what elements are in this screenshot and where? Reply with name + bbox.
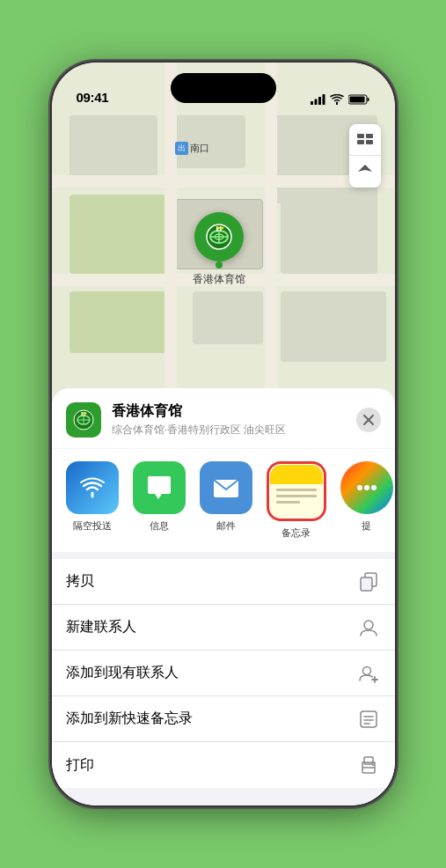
more-dots-icon [355, 479, 378, 497]
airdrop-icon [66, 461, 119, 514]
share-airdrop[interactable]: 隔空投送 [66, 461, 119, 540]
svg-rect-46 [362, 768, 375, 773]
print-icon [356, 753, 381, 777]
nankou-text: 南口 [190, 142, 209, 155]
share-message[interactable]: 信息 [133, 461, 186, 540]
svg-rect-19 [366, 140, 373, 144]
add-existing-contact-icon [356, 661, 381, 686]
mail-icon-bg [200, 461, 252, 514]
location-arrow-icon [357, 164, 373, 180]
notes-line-1 [276, 489, 317, 491]
sheet-venue-icon [66, 402, 101, 438]
notes-icon-top [270, 465, 323, 484]
notes-icon-body [270, 484, 323, 518]
notes-line-3 [276, 501, 301, 504]
message-icon-bg [133, 461, 186, 514]
action-add-existing-label: 添加到现有联系人 [66, 664, 179, 682]
action-print-label: 打印 [66, 756, 94, 775]
signal-icon [311, 94, 325, 105]
share-row: 隔空投送 信息 [52, 449, 395, 552]
airdrop-label: 隔空投送 [73, 519, 112, 533]
map-controls [349, 124, 381, 188]
stadium-pin[interactable]: 香港体育馆 [193, 212, 245, 287]
phone-frame: 09:41 [52, 63, 395, 805]
pin-icon-circle [194, 212, 244, 261]
svg-rect-17 [366, 134, 373, 138]
map-nankou-label: 出 南口 [175, 142, 209, 155]
notes-line-2 [276, 495, 317, 497]
more-icon-bg [340, 461, 393, 514]
svg-rect-47 [364, 757, 373, 764]
svg-rect-6 [349, 97, 364, 103]
share-notes[interactable]: 备忘录 [267, 461, 326, 540]
action-new-contact-label: 新建联系人 [66, 618, 136, 636]
share-mail[interactable]: 邮件 [200, 461, 252, 540]
battery-icon [348, 94, 370, 105]
copy-icon [356, 570, 381, 594]
svg-rect-2 [318, 97, 321, 105]
airdrop-wifi-icon [78, 474, 106, 502]
message-bubble-icon [144, 473, 174, 503]
message-label: 信息 [150, 519, 169, 533]
map-location-btn[interactable] [349, 156, 381, 188]
map-layers-icon [356, 133, 374, 147]
action-print[interactable]: 打印 [52, 742, 395, 788]
svg-rect-27 [84, 412, 84, 416]
svg-rect-3 [322, 94, 325, 105]
svg-rect-16 [357, 134, 364, 138]
svg-marker-20 [358, 165, 372, 172]
action-add-notes[interactable]: 添加到新快速备忘录 [52, 696, 395, 742]
svg-rect-0 [311, 101, 313, 105]
status-time: 09:41 [77, 90, 109, 105]
svg-point-33 [364, 485, 369, 490]
action-add-existing[interactable]: 添加到现有联系人 [52, 651, 395, 696]
map-view-toggle[interactable] [349, 124, 381, 156]
sheet-venue-sub: 综合体育馆·香港特别行政区 油尖旺区 [112, 423, 346, 438]
sheet-venue-info: 香港体育馆 综合体育馆·香港特别行政区 油尖旺区 [112, 402, 346, 438]
sheet-header: 香港体育馆 综合体育馆·香港特别行政区 油尖旺区 [52, 388, 395, 448]
action-list: 拷贝 新建联系人 [52, 559, 395, 788]
stadium-icon [203, 221, 235, 253]
close-icon [363, 415, 374, 425]
nankou-badge: 出 [175, 142, 188, 155]
svg-point-38 [362, 666, 370, 674]
wifi-icon [330, 94, 344, 105]
svg-rect-42 [361, 711, 377, 727]
svg-point-37 [364, 621, 373, 629]
svg-rect-36 [361, 577, 372, 591]
action-copy[interactable]: 拷贝 [52, 559, 395, 605]
notes-label: 备忘录 [281, 526, 311, 540]
notes-selected-border [267, 461, 326, 521]
pin-label: 香港体育馆 [193, 272, 245, 287]
action-add-notes-label: 添加到新快速备忘录 [66, 710, 193, 728]
new-contact-icon [356, 615, 381, 640]
venue-stadium-icon [72, 408, 95, 431]
dynamic-island [171, 73, 276, 103]
sheet-venue-name: 香港体育馆 [112, 402, 346, 421]
svg-rect-5 [367, 98, 369, 101]
status-icons [311, 94, 370, 105]
notes-icon-bg [270, 465, 323, 518]
svg-point-32 [357, 485, 362, 490]
svg-rect-12 [216, 226, 218, 232]
more-label: 提 [362, 519, 371, 533]
mail-label: 邮件 [216, 519, 236, 533]
action-copy-label: 拷贝 [66, 572, 94, 591]
svg-point-48 [372, 764, 374, 766]
share-more[interactable]: 提 [340, 461, 393, 540]
svg-rect-14 [220, 226, 222, 232]
add-notes-icon [356, 707, 381, 732]
svg-point-34 [371, 485, 377, 490]
mail-envelope-icon [211, 473, 241, 503]
svg-rect-1 [314, 99, 317, 106]
action-new-contact[interactable]: 新建联系人 [52, 605, 395, 651]
svg-rect-18 [357, 140, 364, 144]
svg-rect-25 [81, 412, 82, 416]
phone-screen: 09:41 [52, 63, 395, 805]
sheet-close-button[interactable] [356, 408, 381, 432]
bottom-sheet: 香港体育馆 综合体育馆·香港特别行政区 油尖旺区 [52, 388, 395, 805]
